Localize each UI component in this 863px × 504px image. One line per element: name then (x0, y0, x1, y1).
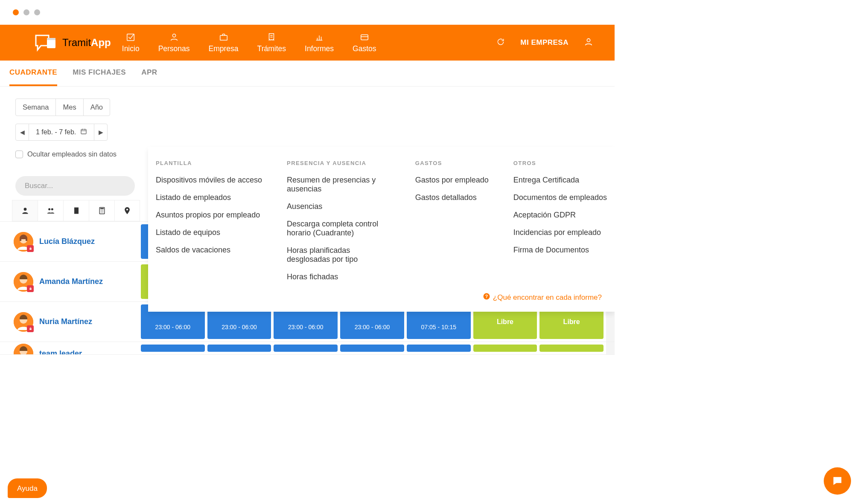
svg-point-24 (102, 212, 102, 213)
mega-head: GASTOS (415, 160, 489, 166)
nav-tramites[interactable]: Trámites (257, 32, 286, 53)
mega-link[interactable]: Incidencias por empleado (513, 228, 607, 237)
range-mes[interactable]: Mes (56, 99, 83, 116)
employee-cell[interactable]: Lucía Blázquez (0, 222, 141, 261)
mega-link[interactable]: Horas fichadas (287, 272, 391, 281)
svg-point-26 (126, 209, 128, 210)
svg-rect-19 (100, 208, 103, 209)
nav-informes[interactable]: Informes (305, 32, 334, 53)
mega-link[interactable]: Horas planificadas desglosadas por tipo (287, 246, 391, 264)
avatar (14, 344, 33, 355)
employee-cell[interactable]: Amanda Martínez (0, 262, 141, 301)
dot (34, 9, 40, 15)
mega-col-otros: OTROS Entrega Certificada Documentos de … (513, 160, 607, 290)
filter-location[interactable] (114, 200, 140, 221)
nav-personas[interactable]: Personas (158, 32, 190, 53)
avatar (14, 312, 33, 332)
mega-head: PRESENCIA Y AUSENCIA (287, 160, 391, 166)
range-selector: Semana Mes Año (15, 98, 110, 116)
tab-mis-fichajes[interactable]: MIS FICHAJES (73, 68, 126, 86)
svg-rect-4 (220, 35, 227, 40)
date-range-button[interactable]: 1 feb. - 7 feb. (29, 124, 94, 140)
date-nav: ◀ 1 feb. - 7 feb. ▶ (15, 124, 108, 141)
mega-link[interactable]: Aceptación GDPR (513, 211, 607, 220)
schedule-cell[interactable] (407, 345, 471, 352)
svg-rect-35 (29, 328, 32, 330)
tab-aprobaciones[interactable]: APR (141, 68, 157, 86)
help-icon: ? (483, 293, 490, 302)
mega-link[interactable]: Descarga completa control horario (Cuadr… (287, 220, 391, 238)
search-placeholder: Buscar... (25, 182, 53, 190)
mega-link[interactable]: Saldos de vacaciones (156, 246, 262, 255)
svg-rect-5 (361, 35, 368, 40)
svg-point-3 (172, 34, 175, 37)
mega-link[interactable]: Ausencias (287, 202, 391, 211)
mega-link[interactable]: Gastos detallados (415, 193, 489, 202)
lock-icon (27, 245, 34, 252)
filter-person[interactable] (12, 200, 38, 221)
svg-rect-15 (76, 209, 77, 209)
range-semana[interactable]: Semana (16, 99, 56, 116)
svg-rect-7 (81, 129, 86, 134)
mega-link[interactable]: Asuntos propios por empleado (156, 211, 262, 220)
schedule-row: team leader (0, 342, 615, 355)
refresh-icon[interactable] (496, 38, 505, 48)
informes-mega-menu: PLANTILLA Dispositivos móviles de acceso… (148, 147, 615, 312)
checkbox-icon (15, 151, 23, 158)
filter-calculator[interactable] (89, 200, 114, 221)
svg-point-6 (587, 39, 590, 42)
search-input[interactable]: Buscar... (15, 176, 135, 196)
tab-cuadrante[interactable]: CUADRANTE (9, 68, 57, 86)
schedule-cell[interactable] (274, 345, 338, 352)
nav-inicio[interactable]: Inicio (122, 32, 140, 53)
employee-cell[interactable]: Nuria Martínez (0, 302, 141, 342)
mega-col-gastos: GASTOS Gastos por empleado Gastos detall… (415, 160, 489, 290)
svg-point-22 (102, 210, 103, 211)
user-icon[interactable] (584, 37, 593, 48)
svg-rect-14 (75, 209, 76, 209)
topbar: TramitApp Inicio Personas Empresa Trámit… (0, 25, 615, 61)
receipt-icon (267, 32, 276, 42)
schedule-cell[interactable] (539, 345, 604, 352)
schedule-cell[interactable] (207, 345, 271, 352)
mega-link[interactable]: Entrega Certificada (513, 176, 607, 185)
employee-cell[interactable]: team leader (0, 342, 141, 354)
mega-link[interactable]: Documentos de empleados (513, 193, 607, 202)
hide-empty-row[interactable]: Ocultar empleados sin datos (15, 150, 125, 158)
mega-link[interactable]: Resumen de presencias y ausencias (287, 176, 391, 194)
mega-link[interactable]: Gastos por empleado (415, 176, 489, 185)
scroll-track[interactable] (606, 342, 615, 354)
date-next[interactable]: ▶ (94, 125, 107, 139)
avatar (14, 272, 33, 292)
lock-icon (27, 325, 34, 332)
main-nav: Inicio Personas Empresa Trámites Informe… (122, 32, 376, 53)
svg-rect-16 (75, 210, 76, 211)
svg-point-10 (23, 208, 26, 211)
second-tabs: CUADRANTE MIS FICHAJES APR (0, 61, 615, 87)
brand-text: TramitApp (62, 37, 111, 49)
avatar (14, 232, 33, 252)
hide-empty-label: Ocultar empleados sin datos (27, 150, 117, 158)
credit-card-icon (360, 32, 369, 42)
bar-chart-icon (315, 32, 324, 42)
logo-icon (34, 34, 58, 52)
filter-building[interactable] (63, 200, 89, 221)
mega-link[interactable]: Firma de Documentos (513, 246, 607, 255)
brand-logo[interactable]: TramitApp (0, 34, 122, 52)
schedule-cell[interactable] (473, 345, 537, 352)
mega-help-link[interactable]: ? ¿Qué encontrar en cada informe? (156, 293, 607, 302)
filter-team[interactable] (38, 200, 63, 221)
range-año[interactable]: Año (84, 99, 110, 116)
nav-empresa[interactable]: Empresa (209, 32, 239, 53)
schedule-cell[interactable] (141, 345, 205, 352)
mega-link[interactable]: Dispositivos móviles de acceso (156, 176, 262, 185)
mega-link[interactable]: Listado de empleados (156, 193, 262, 202)
mega-link[interactable]: Listado de equipos (156, 228, 262, 237)
check-square-icon (126, 32, 135, 42)
dot-active (13, 9, 19, 15)
schedule-cell[interactable] (340, 345, 404, 352)
date-prev[interactable]: ◀ (16, 125, 29, 139)
nav-gastos[interactable]: Gastos (353, 32, 376, 53)
svg-rect-32 (29, 288, 32, 290)
company-name[interactable]: MI EMPRESA (520, 38, 569, 47)
